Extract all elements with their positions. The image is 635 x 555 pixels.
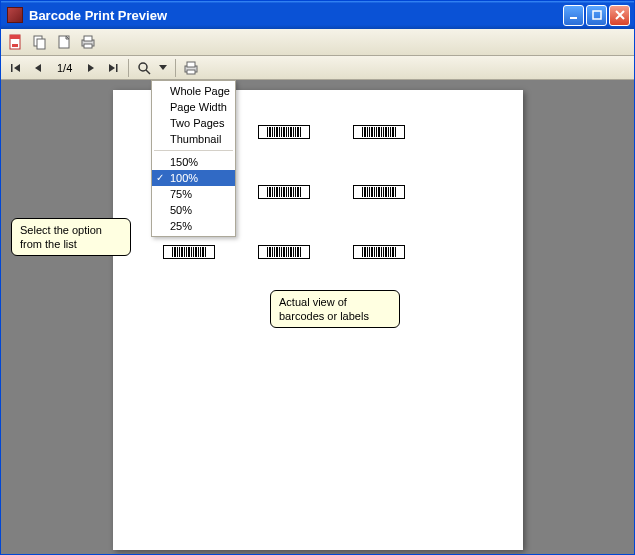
page-setup-button[interactable] — [53, 31, 75, 53]
page-indicator: 1/4 — [49, 62, 80, 74]
svg-rect-17 — [187, 70, 195, 74]
window-title: Barcode Print Preview — [29, 8, 561, 23]
preview-workarea: Whole Page Page Width Two Pages Thumbnai… — [1, 80, 634, 554]
svg-rect-16 — [187, 62, 195, 67]
svg-rect-1 — [593, 11, 601, 19]
barcode-label — [258, 185, 310, 199]
zoom-option-whole-page[interactable]: Whole Page — [152, 83, 235, 99]
zoom-dropdown-button[interactable] — [156, 58, 170, 78]
last-page-icon — [107, 63, 119, 73]
zoom-button[interactable] — [134, 58, 154, 78]
svg-rect-4 — [12, 44, 18, 47]
titlebar: Barcode Print Preview — [1, 1, 634, 29]
svg-rect-11 — [11, 64, 13, 72]
printer-icon — [80, 34, 96, 50]
svg-line-14 — [146, 70, 150, 74]
barcode-label — [258, 245, 310, 259]
prev-page-button[interactable] — [28, 58, 48, 78]
svg-rect-12 — [116, 64, 118, 72]
barcode-label — [163, 245, 215, 259]
zoom-option-25[interactable]: 25% — [152, 218, 235, 234]
zoom-option-150[interactable]: 150% — [152, 154, 235, 170]
print-toolbar-button[interactable] — [181, 58, 201, 78]
printer-icon — [183, 60, 199, 76]
barcode-label — [353, 245, 405, 259]
main-toolbar — [1, 29, 634, 56]
svg-rect-9 — [84, 36, 92, 41]
minimize-button[interactable] — [563, 5, 584, 26]
svg-rect-6 — [37, 39, 45, 49]
next-icon — [86, 63, 96, 73]
barcode-label — [353, 185, 405, 199]
app-window: Barcode Print Preview — [0, 0, 635, 555]
first-page-icon — [10, 63, 22, 73]
svg-rect-10 — [84, 44, 92, 48]
checkmark-icon: ✓ — [156, 172, 164, 183]
first-page-button[interactable] — [6, 58, 26, 78]
toolbar-separator — [175, 59, 176, 77]
copy-icon — [32, 34, 48, 50]
barcode-label — [353, 125, 405, 139]
svg-rect-3 — [10, 35, 20, 39]
page-corner-icon — [56, 34, 72, 50]
magnifier-icon — [137, 61, 151, 75]
print-button[interactable] — [77, 31, 99, 53]
toolbar-separator — [128, 59, 129, 77]
zoom-option-page-width[interactable]: Page Width — [152, 99, 235, 115]
app-icon — [7, 7, 23, 23]
copy-button[interactable] — [29, 31, 51, 53]
prev-icon — [33, 63, 43, 73]
zoom-dropdown-menu: Whole Page Page Width Two Pages Thumbnai… — [151, 80, 236, 237]
last-page-button[interactable] — [103, 58, 123, 78]
pdf-icon — [8, 34, 24, 50]
zoom-option-75[interactable]: 75% — [152, 186, 235, 202]
maximize-button[interactable] — [586, 5, 607, 26]
svg-point-13 — [139, 63, 147, 71]
chevron-down-icon — [159, 65, 167, 71]
callout-left: Select the option from the list — [11, 218, 131, 256]
callout-right: Actual view of barcodes or labels — [270, 290, 400, 328]
svg-rect-0 — [570, 17, 577, 19]
menu-divider — [154, 150, 233, 151]
zoom-option-thumbnail[interactable]: Thumbnail — [152, 131, 235, 147]
navigation-toolbar: 1/4 — [1, 56, 634, 80]
export-pdf-button[interactable] — [5, 31, 27, 53]
barcode-label — [258, 125, 310, 139]
zoom-option-50[interactable]: 50% — [152, 202, 235, 218]
close-button[interactable] — [609, 5, 630, 26]
next-page-button[interactable] — [81, 58, 101, 78]
zoom-option-two-pages[interactable]: Two Pages — [152, 115, 235, 131]
zoom-option-100[interactable]: ✓100% — [152, 170, 235, 186]
